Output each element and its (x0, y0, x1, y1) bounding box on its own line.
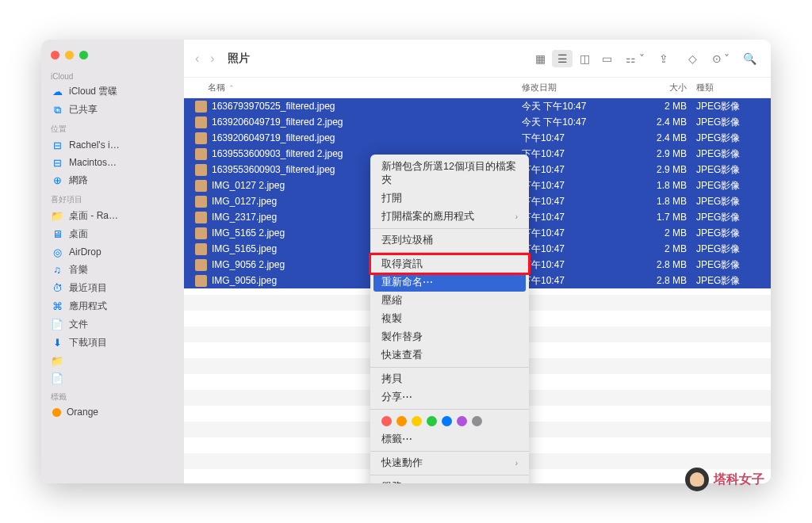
column-view-icon[interactable]: ◫ (574, 50, 595, 67)
tag-color-dot[interactable] (412, 416, 422, 426)
file-size: 2.9 MB (641, 148, 696, 159)
file-thumbnail-icon (195, 275, 207, 287)
folder-shared-icon: ⧉ (51, 104, 63, 116)
menu-compress[interactable]: 壓縮 (370, 292, 529, 310)
menu-get-info[interactable]: 取得資訊 (370, 255, 529, 273)
menu-quicklook[interactable]: 快速查看 (370, 346, 529, 365)
file-kind: JPEG影像 (696, 258, 760, 272)
file-kind: JPEG影像 (696, 100, 760, 113)
menu-tags[interactable]: 標籤⋯ (370, 430, 529, 449)
sidebar-item-label: AirDrop (69, 246, 102, 258)
minimize-icon[interactable] (65, 51, 74, 59)
file-name: 1636793970525_filtered.jpeg (212, 101, 522, 112)
tag-color-dot[interactable] (396, 416, 407, 426)
list-view-icon[interactable]: ☰ (552, 50, 573, 67)
file-date: 今天 下午10:47 (522, 116, 641, 129)
file-kind: JPEG影像 (696, 274, 760, 288)
sidebar-item[interactable]: ⬇下載項目 (41, 334, 184, 352)
menu-services[interactable]: 服務› (370, 478, 529, 483)
close-icon[interactable] (51, 51, 59, 59)
gallery-view-icon[interactable]: ▭ (596, 50, 617, 67)
header-size[interactable]: 大小 (641, 82, 696, 94)
doc-icon: 📄 (51, 319, 63, 331)
sidebar-item-label: Rachel's i… (69, 139, 120, 151)
menu-copy[interactable]: 拷貝 (370, 370, 529, 388)
forward-button[interactable]: › (210, 52, 214, 66)
finder-window: iCloud☁iCloud 雲碟⧉已共享位置⊟Rachel's i…⊟Macin… (41, 40, 771, 483)
actions-icon[interactable]: ⊙ ˅ (710, 50, 731, 67)
download-icon: ⬇ (51, 337, 63, 349)
share-icon[interactable]: ⇪ (653, 50, 674, 67)
search-icon[interactable]: 🔍 (739, 50, 760, 67)
window-controls (41, 40, 184, 67)
file-thumbnail-icon (195, 180, 207, 192)
sidebar-item[interactable]: ☁iCloud 雲碟 (41, 82, 184, 101)
tag-color-dot[interactable] (457, 416, 467, 426)
tag-color-dot[interactable] (472, 416, 482, 426)
group-button[interactable]: ⚏ ˅ (625, 50, 645, 67)
sidebar-item[interactable]: 🖥桌面 (41, 225, 184, 243)
zoom-icon[interactable] (79, 51, 88, 59)
menu-trash[interactable]: 丟到垃圾桶 (370, 231, 529, 250)
tag-icon[interactable]: ◇ (682, 50, 703, 67)
file-date: 下午10:47 (522, 195, 641, 208)
sidebar-item[interactable]: Orange (41, 404, 184, 420)
menu-duplicate[interactable]: 複製 (370, 310, 529, 328)
sidebar-item-label: Orange (67, 407, 98, 418)
sidebar-item[interactable]: ♫音樂 (41, 261, 184, 279)
file-date: 下午10:47 (522, 179, 641, 193)
column-headers[interactable]: 名稱 ⌃ 修改日期 大小 種類 (184, 78, 771, 98)
file-size: 2.4 MB (641, 132, 696, 143)
back-button[interactable]: ‹ (195, 52, 199, 66)
tag-dot-icon (52, 408, 61, 417)
tag-color-dot[interactable] (442, 416, 452, 426)
menu-open-with[interactable]: 打開檔案的應用程式› (370, 208, 529, 226)
sidebar-item[interactable]: 📄 (41, 369, 184, 387)
file-size: 2 MB (641, 227, 696, 239)
header-date[interactable]: 修改日期 (522, 82, 641, 94)
sidebar-item-label: 應用程式 (69, 300, 107, 313)
file-size: 2.4 MB (641, 116, 696, 128)
file-thumbnail-icon (195, 212, 207, 223)
menu-share[interactable]: 分享⋯ (370, 388, 529, 407)
file-name: 1639206049719_filtered 2.jpeg (212, 116, 522, 128)
header-name[interactable]: 名稱 (208, 82, 225, 94)
menu-open[interactable]: 打開 (370, 189, 529, 208)
file-thumbnail-icon (195, 148, 207, 160)
sidebar-section-head: 標籤 (41, 387, 184, 404)
sidebar-item[interactable]: 📁 (41, 352, 184, 369)
clock-icon: ⏱ (51, 282, 63, 295)
header-kind[interactable]: 種類 (696, 82, 760, 94)
music-icon: ♫ (51, 264, 63, 277)
sidebar-item[interactable]: ⊕網路 (41, 171, 184, 189)
sidebar-section-head: 位置 (41, 119, 184, 136)
sidebar-item[interactable]: ⌘應用程式 (41, 297, 184, 315)
file-kind: JPEG影像 (696, 242, 760, 256)
tag-color-dot[interactable] (427, 416, 437, 426)
sidebar-item[interactable]: ⏱最近項目 (41, 279, 184, 297)
file-size: 2.8 MB (641, 259, 696, 270)
sidebar-section-head: iCloud (41, 67, 184, 82)
menu-quick-actions[interactable]: 快速動作› (370, 454, 529, 472)
sidebar-item[interactable]: ◎AirDrop (41, 243, 184, 261)
sidebar-item[interactable]: ⧉已共享 (41, 101, 184, 119)
sidebar-item[interactable]: ⊟Macintos… (41, 154, 184, 171)
icon-view-icon[interactable]: ▦ (530, 50, 550, 67)
sidebar-item[interactable]: ⊟Rachel's i… (41, 136, 184, 154)
desktop-icon: 🖥 (51, 228, 63, 241)
doc-icon: 📄 (51, 372, 63, 384)
file-row[interactable]: 1639206049719_filtered 2.jpeg今天 下午10:472… (184, 114, 771, 130)
menu-rename[interactable]: 重新命名⋯ (373, 273, 526, 292)
file-row[interactable]: 1636793970525_filtered.jpeg今天 下午10:472 M… (184, 98, 771, 114)
menu-tag-colors[interactable] (370, 412, 529, 430)
file-row[interactable]: 1639206049719_filtered.jpeg下午10:472.4 MB… (184, 130, 771, 146)
window-title: 照片 (228, 52, 250, 66)
sidebar-item[interactable]: 📄文件 (41, 315, 184, 334)
menu-new-folder[interactable]: 新增包含所選12個項目的檔案夾 (370, 158, 529, 189)
chevron-right-icon: › (515, 483, 518, 483)
view-switcher[interactable]: ▦ ☰ ◫ ▭ (530, 50, 617, 67)
menu-alias[interactable]: 製作替身 (370, 328, 529, 346)
tag-color-dot[interactable] (381, 416, 392, 426)
sidebar-item[interactable]: 📁桌面 - Ra… (41, 207, 184, 225)
file-size: 1.8 MB (641, 196, 696, 207)
